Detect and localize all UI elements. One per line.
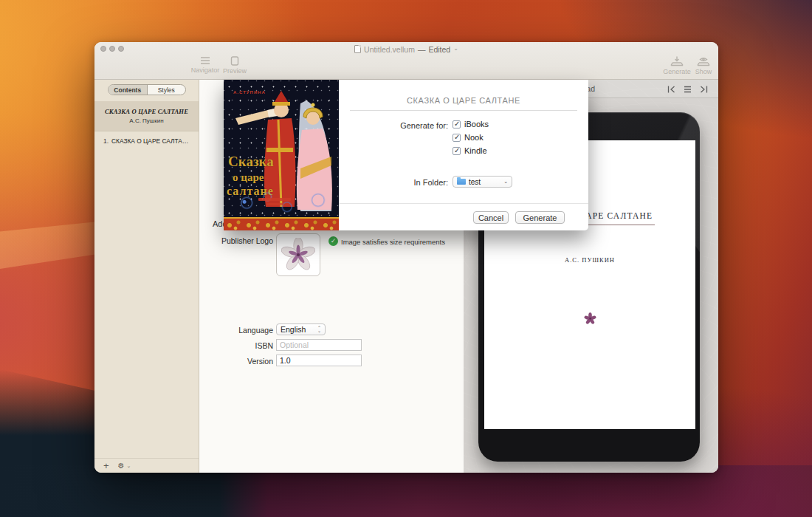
check-circle-icon: ✓ [328, 236, 338, 246]
titlebar: Untitled.vellum — Edited ⌄ [94, 44, 718, 55]
navigator-icon [199, 56, 211, 65]
sidebar-footer: + ⚙ ⌄ [94, 458, 199, 473]
language-label: Language [192, 326, 273, 335]
book-cover-image: А.СТУПИНА Сказка [224, 80, 339, 230]
folder-icon [457, 179, 466, 185]
cover-ornament-border [224, 217, 339, 230]
folder-popup[interactable]: test ⌄ [453, 176, 512, 188]
chapter-number: 1. [103, 137, 109, 145]
desktop: Untitled.vellum — Edited ⌄ Navigator Pre… [0, 0, 812, 517]
page-ornament-flower [584, 312, 596, 325]
platform-row-nook: Nook [453, 133, 484, 142]
sheet-title: СКАЗКА О ЦАРЕ САЛТАНЕ [339, 96, 588, 105]
sheet-divider [339, 203, 588, 204]
sidebar: Contents Styles СКАЗКА О ЦАРЕ САЛТАНЕ А.… [94, 80, 199, 473]
popup-chevron-icon: ⌄ [503, 179, 508, 185]
cover-caption-mark2 [267, 203, 283, 205]
isbn-field[interactable] [276, 339, 362, 351]
edited-state[interactable]: Edited [428, 45, 450, 54]
title-separator: — [418, 45, 426, 54]
document-icon [354, 45, 361, 53]
checkbox-kindle-label: Kindle [464, 146, 487, 155]
sheet-controls: СКАЗКА О ЦАРЕ САЛТАНЕ Generate for: iBoo… [339, 80, 588, 230]
page-list-icon[interactable] [683, 85, 692, 94]
sidebar-chapter-item[interactable]: 1. СКАЗКА О ЦАРЕ САЛТА… [103, 137, 196, 145]
logo-status-text: Image satisfies size requirements [341, 238, 445, 246]
generate-button[interactable]: Generate [515, 211, 565, 224]
show-button-toolbar[interactable]: Show [683, 56, 718, 75]
language-value: English [281, 325, 317, 334]
tab-styles[interactable]: Styles [148, 85, 186, 95]
checkbox-nook-label: Nook [464, 133, 484, 142]
publisher-logo-flower [281, 238, 315, 272]
generate-for-label: Generate for: [339, 121, 448, 130]
gear-icon[interactable]: ⚙ [118, 462, 125, 470]
generate-sheet: А.СТУПИНА Сказка [224, 80, 588, 230]
checkbox-ibooks-label: iBooks [464, 120, 489, 129]
show-label-toolbar: Show [695, 68, 712, 75]
in-folder-label: In Folder: [339, 178, 448, 187]
window-chrome: Untitled.vellum — Edited ⌄ Navigator Pre… [94, 42, 718, 80]
sidebar-book-header[interactable]: СКАЗКА О ЦАРЕ САЛТАНЕ А.С. Пушкин [94, 101, 199, 131]
version-label: Version [192, 357, 273, 366]
gear-chevron-icon: ⌄ [127, 463, 131, 469]
tab-contents[interactable]: Contents [109, 85, 148, 95]
platform-row-ibooks: iBooks [453, 120, 489, 129]
last-page-icon[interactable] [699, 85, 709, 94]
first-page-icon[interactable] [667, 85, 676, 94]
page-author: А.С. ПУШКИН [565, 256, 615, 264]
cover-caption-mark [258, 198, 291, 201]
preview-button[interactable]: Preview [214, 56, 255, 75]
sidebar-book-author: А.С. Пушкин [129, 117, 163, 124]
checkbox-kindle[interactable] [453, 147, 461, 155]
vellum-window: Untitled.vellum — Edited ⌄ Navigator Pre… [94, 42, 718, 473]
platform-row-kindle: Kindle [453, 146, 487, 155]
chevron-down-icon: ⌄ [453, 45, 458, 52]
show-icon [695, 56, 712, 66]
sidebar-tabs: Contents Styles [108, 84, 186, 95]
sidebar-book-title: СКАЗКА О ЦАРЕ САЛТАНЕ [105, 108, 188, 115]
language-popup[interactable]: English ⌃⌄ [276, 323, 326, 335]
cancel-button[interactable]: Cancel [473, 211, 509, 224]
document-name: Untitled.vellum [364, 45, 415, 54]
isbn-label: ISBN [192, 341, 273, 350]
updown-chevrons-icon: ⌃⌄ [317, 326, 321, 332]
cover-title-line2: о царе [233, 171, 264, 184]
version-field[interactable] [276, 355, 362, 366]
publisher-logo-label: Publisher Logo [205, 236, 273, 245]
preview-label: Preview [223, 67, 247, 75]
cover-title-line1: Сказка [228, 154, 274, 170]
checkbox-nook[interactable] [453, 134, 461, 142]
preview-icon [230, 56, 239, 66]
preview-nav-icons [667, 80, 709, 98]
checkbox-ibooks[interactable] [453, 120, 461, 129]
sheet-title-rule [350, 110, 577, 111]
folder-value: test [469, 178, 481, 186]
publisher-logo-well[interactable] [276, 233, 320, 276]
add-chapter-icon[interactable]: + [103, 461, 109, 470]
chapter-title: СКАЗКА О ЦАРЕ САЛТА… [111, 137, 188, 145]
